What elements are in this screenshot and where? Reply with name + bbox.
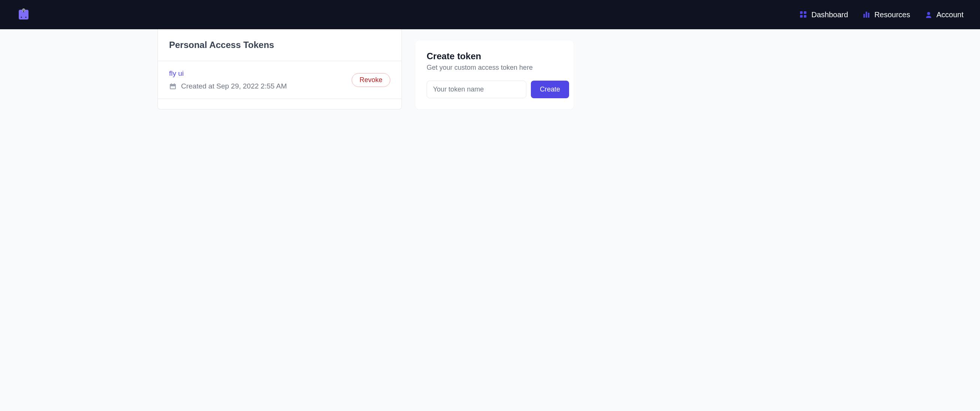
svg-rect-9 <box>865 12 867 18</box>
token-name-input[interactable] <box>426 81 527 98</box>
dashboard-icon <box>800 11 807 18</box>
token-row: fly ui Created at Sep 29, 2022 2:55 AM <box>158 61 401 99</box>
create-token-form: Create <box>426 81 562 98</box>
svg-rect-7 <box>804 15 807 18</box>
nav-resources-label: Resources <box>874 11 910 19</box>
svg-rect-4 <box>800 11 803 14</box>
svg-point-3 <box>25 17 27 18</box>
account-icon <box>925 11 932 18</box>
logo[interactable] <box>16 8 31 22</box>
navbar: Dashboard Resources Account <box>0 0 980 29</box>
panel-header: Personal Access Tokens <box>158 29 401 61</box>
calendar-icon <box>169 83 177 90</box>
nav-account[interactable]: Account <box>925 11 964 19</box>
revoke-button[interactable]: Revoke <box>352 73 390 87</box>
content-wrapper: Personal Access Tokens fly ui Cre <box>0 29 980 110</box>
logo-icon <box>16 8 31 22</box>
nav-dashboard[interactable]: Dashboard <box>800 11 848 19</box>
token-meta: Created at Sep 29, 2022 2:55 AM <box>169 82 287 90</box>
svg-point-11 <box>927 12 930 15</box>
nav-dashboard-label: Dashboard <box>811 11 848 19</box>
svg-point-2 <box>21 17 22 18</box>
nav-links: Dashboard Resources Account <box>800 11 964 19</box>
create-token-title: Create token <box>426 51 562 62</box>
resources-icon <box>863 11 870 18</box>
svg-rect-6 <box>800 15 803 18</box>
svg-rect-10 <box>868 13 869 18</box>
svg-rect-14 <box>171 83 172 85</box>
create-token-panel: Create token Get your custom access toke… <box>415 40 574 110</box>
svg-rect-8 <box>864 14 865 18</box>
svg-rect-15 <box>174 83 175 85</box>
tokens-panel: Personal Access Tokens fly ui Cre <box>158 29 402 110</box>
nav-resources[interactable]: Resources <box>863 11 910 19</box>
svg-rect-16 <box>170 86 175 89</box>
svg-rect-13 <box>170 84 176 86</box>
page-title: Personal Access Tokens <box>169 40 390 50</box>
svg-rect-5 <box>804 11 807 14</box>
token-created-text: Created at Sep 29, 2022 2:55 AM <box>181 82 287 90</box>
svg-point-1 <box>23 11 24 13</box>
create-token-subtitle: Get your custom access token here <box>426 64 562 72</box>
token-name-link[interactable]: fly ui <box>169 69 287 78</box>
nav-account-label: Account <box>937 11 964 19</box>
token-info: fly ui Created at Sep 29, 2022 2:55 AM <box>169 69 287 90</box>
create-button[interactable]: Create <box>531 81 569 98</box>
